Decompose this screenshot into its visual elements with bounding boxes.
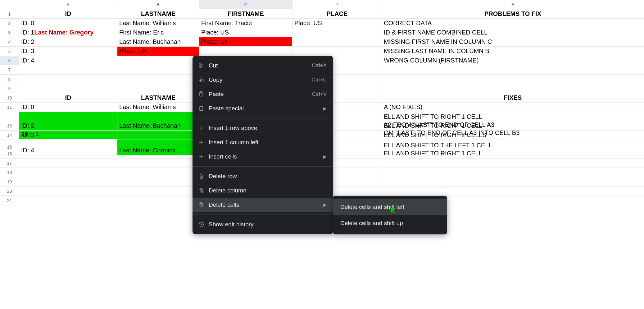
cell-C4[interactable]: Place: UK xyxy=(199,37,293,47)
menu-delete-column[interactable]: Delete column xyxy=(193,183,333,198)
cell-C5[interactable] xyxy=(199,47,293,56)
clipboard-icon xyxy=(198,105,209,112)
row-header-3[interactable]: 3 xyxy=(0,28,19,37)
cell-B2[interactable]: Last Name: Williams xyxy=(117,19,199,28)
col-header-C[interactable]: C xyxy=(199,0,293,9)
row-header-2[interactable]: 2 xyxy=(0,19,19,28)
cell-E5[interactable]: MISSING LAST NAME IN COLUMN B xyxy=(382,47,644,56)
cell-A10[interactable]: ID xyxy=(19,93,117,103)
copy-icon xyxy=(198,77,209,83)
cell-A13[interactable]: ID: 2 xyxy=(19,121,117,131)
history-icon xyxy=(198,221,209,228)
cell-B14[interactable] xyxy=(117,131,199,140)
cell-C2[interactable]: First Name: Tracie xyxy=(199,19,293,28)
col-header-A[interactable]: A xyxy=(19,0,117,9)
row-header-18[interactable]: 18 xyxy=(0,168,19,177)
cell-B10[interactable]: LASTNAME xyxy=(117,93,199,103)
cell-A1[interactable]: ID xyxy=(19,9,117,19)
cell-D4[interactable] xyxy=(293,37,382,47)
row-header-14[interactable]: 14 xyxy=(0,131,19,140)
cell-E11[interactable]: A (NO FIXES) xyxy=(382,103,644,112)
cell-E1[interactable]: PROBLEMS TO FIX xyxy=(382,9,644,19)
cell-D3[interactable] xyxy=(293,28,382,37)
menu-insert-row[interactable]: Insert 1 row above xyxy=(193,121,333,135)
row-header-10[interactable]: 10 xyxy=(0,93,19,103)
trash-icon xyxy=(198,202,209,208)
cell-E2[interactable]: CORRECT DATA xyxy=(382,19,644,28)
menu-edit-history[interactable]: Show edit history xyxy=(193,217,333,232)
select-all-corner[interactable] xyxy=(0,0,19,9)
row-header-17[interactable]: 17 xyxy=(0,159,19,168)
cell-A14[interactable]: ID: 3 xyxy=(19,131,117,140)
cell-E14[interactable]: ELL AND SHIFT TO RIGHT 2 CELLS xyxy=(382,131,644,140)
cell-D1[interactable]: PLACE xyxy=(293,9,382,19)
cell-B6[interactable] xyxy=(117,56,199,65)
row-header-13[interactable]: 13 xyxy=(0,121,19,131)
cell-E13[interactable]: ELL AND SHIFT TO RIGHT 1 CELL xyxy=(382,121,644,131)
chevron-right-icon: ▶ xyxy=(323,154,327,159)
cell-D2[interactable]: Place: US xyxy=(293,19,382,28)
row-header-9[interactable]: 9 xyxy=(0,84,19,93)
cell-E10[interactable]: FIXES xyxy=(382,93,644,103)
clipboard-icon xyxy=(198,91,209,97)
cell-A5[interactable]: ID: 3 xyxy=(19,47,117,56)
row-header-11[interactable]: 11 xyxy=(0,103,19,112)
cell-B4[interactable]: Last Name: Buchanan xyxy=(117,37,199,47)
cell-B13[interactable]: Last Name: Buchanan xyxy=(117,121,199,131)
row-header-6[interactable]: 6 xyxy=(0,56,19,65)
plus-icon xyxy=(198,154,209,160)
cell-A2[interactable]: ID: 0 xyxy=(19,19,117,28)
cell-A4[interactable]: ID: 2 xyxy=(19,37,117,47)
menu-insert-cells[interactable]: Insert cells ▶ xyxy=(193,150,333,164)
menu-copy[interactable]: Copy Ctrl+C xyxy=(193,73,333,87)
menu-delete-cells[interactable]: Delete cells ▶ xyxy=(193,198,333,212)
cell-E4[interactable]: MISSING FIRST NAME IN COLUMN C xyxy=(382,37,644,47)
col-header-D[interactable]: D xyxy=(293,0,382,9)
cell-A3[interactable]: ID: 1 Last Name: Gregory xyxy=(19,28,117,37)
cell-C3[interactable]: Place: US xyxy=(199,28,293,37)
submenu-shift-left[interactable]: Delete cells and shift left xyxy=(333,199,447,215)
cell-B5[interactable]: Place: UK xyxy=(117,47,199,56)
plus-icon xyxy=(198,125,209,131)
cell-C1[interactable]: FIRSTNAME xyxy=(199,9,293,19)
col-header-E[interactable]: E xyxy=(382,0,644,9)
trash-icon xyxy=(198,173,209,179)
row-header-7[interactable]: 7 xyxy=(0,65,19,75)
cell-B11[interactable]: Last Name: Williams xyxy=(117,103,199,112)
menu-paste[interactable]: Paste Ctrl+V xyxy=(193,87,333,101)
menu-insert-column[interactable]: Insert 1 column left xyxy=(193,135,333,150)
cell-A11[interactable]: ID: 0 xyxy=(19,103,117,112)
cell-A7[interactable] xyxy=(19,65,117,75)
chevron-right-icon: ▶ xyxy=(323,202,327,207)
cell-A6[interactable]: ID: 4 xyxy=(19,56,117,65)
menu-separator xyxy=(193,118,333,118)
cell-B1[interactable]: LASTNAME xyxy=(117,9,199,19)
cell-E3[interactable]: ID & FIRST NAME COMBINED CELL xyxy=(382,28,644,37)
context-menu: Cut Ctrl+X Copy Ctrl+C Paste Ctrl+V Past… xyxy=(193,56,333,234)
row-header-8[interactable]: 8 xyxy=(0,75,19,84)
scissors-icon xyxy=(198,62,209,69)
col-header-B[interactable]: B xyxy=(117,0,199,9)
svg-line-17 xyxy=(201,224,202,225)
cell-E6[interactable]: WRONG COLUMN (FIRSTNAME) xyxy=(382,56,644,65)
row-header-21[interactable]: 21 xyxy=(0,196,19,205)
cell-B3[interactable]: First Name: Eric xyxy=(117,28,199,37)
trash-icon xyxy=(198,187,209,194)
row-header-16[interactable]: 16 xyxy=(0,149,19,159)
row-header-5[interactable]: 5 xyxy=(0,47,19,56)
svg-point-0 xyxy=(199,63,201,65)
plus-icon xyxy=(198,139,209,145)
menu-delete-row[interactable]: Delete row xyxy=(193,169,333,183)
row-header-19[interactable]: 19 xyxy=(0,177,19,187)
chevron-right-icon: ▶ xyxy=(323,106,327,111)
row-header-20[interactable]: 20 xyxy=(0,187,19,196)
row-header-4[interactable]: 4 xyxy=(0,37,19,47)
menu-separator xyxy=(193,214,333,215)
menu-paste-special[interactable]: Paste special ▶ xyxy=(193,101,333,116)
cell-D5[interactable] xyxy=(293,47,382,56)
shortcut-label: Ctrl+C xyxy=(311,77,327,83)
menu-cut[interactable]: Cut Ctrl+X xyxy=(193,58,333,73)
submenu-shift-up[interactable]: Delete cells and shift up xyxy=(333,215,447,231)
row-header-1[interactable]: 1 xyxy=(0,9,19,19)
svg-point-1 xyxy=(199,67,201,68)
